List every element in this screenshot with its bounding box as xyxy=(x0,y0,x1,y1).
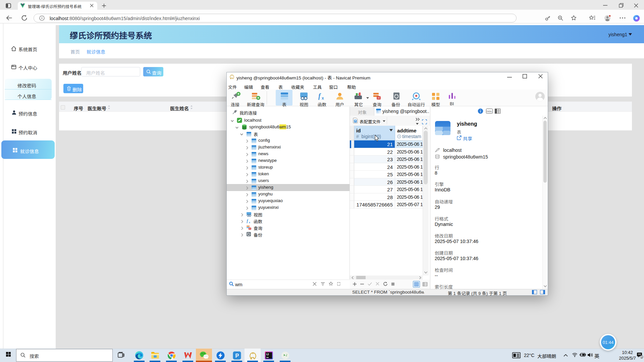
svg-text:P: P xyxy=(235,353,239,359)
svg-text:x: x xyxy=(322,96,324,101)
svg-text:f: f xyxy=(318,92,321,100)
svg-text:DDL: DDL xyxy=(487,110,493,113)
svg-text:f: f xyxy=(247,219,249,223)
svg-text:1: 1 xyxy=(641,355,643,359)
svg-text:IJ: IJ xyxy=(266,353,269,356)
svg-text:x: x xyxy=(249,221,250,224)
